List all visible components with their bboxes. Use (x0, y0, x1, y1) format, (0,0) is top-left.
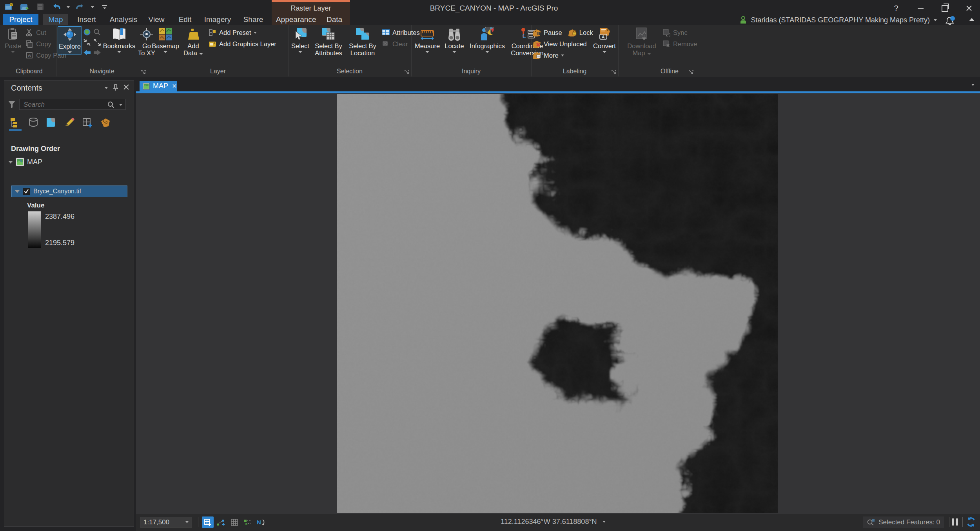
refresh-icon[interactable] (966, 517, 976, 527)
tree-node-map-label: MAP (27, 158, 42, 166)
drawing-order-view-icon[interactable] (10, 117, 21, 128)
dialog-launcher-icon[interactable] (405, 70, 409, 75)
add-graphics-layer-label: Add Graphics Layer (219, 40, 276, 48)
save-icon[interactable] (35, 2, 45, 12)
lock-labeling-button[interactable]: Lock (568, 28, 593, 37)
tab-analysis[interactable]: Analysis (109, 14, 138, 25)
filter-icon[interactable] (7, 100, 16, 109)
help-icon[interactable]: ? (888, 2, 904, 14)
redo-caret-icon[interactable] (91, 6, 94, 8)
view-tabs-menu-caret-icon[interactable] (971, 84, 975, 86)
search-options-caret-icon[interactable] (119, 104, 122, 106)
select-caret-icon (298, 51, 302, 53)
coordinates-display[interactable]: 112.1126346°W 37.6118808°N (501, 518, 606, 526)
restore-icon[interactable] (937, 2, 953, 14)
pause-labeling-label: Pause (544, 29, 562, 36)
data-source-view-icon[interactable] (28, 117, 39, 128)
add-data-button[interactable]: AddData (182, 26, 204, 57)
tab-appearance[interactable]: Appearance (276, 14, 314, 25)
pause-labeling-button[interactable]: Pause (533, 28, 562, 37)
raster-layer-image[interactable] (337, 94, 778, 513)
search-input[interactable] (23, 100, 103, 109)
bookmarks-button[interactable]: Bookmarks (102, 26, 136, 54)
tree-node-layer[interactable]: Bryce_Canyon.tif (11, 185, 127, 197)
collapse-ribbon-icon[interactable] (969, 18, 975, 21)
expander-icon[interactable] (15, 190, 20, 193)
lock-labeling-icon (568, 29, 577, 36)
previous-extent-icon[interactable] (83, 48, 91, 57)
full-extent-icon[interactable] (83, 28, 91, 36)
account-caret-icon (934, 19, 937, 21)
tab-map[interactable]: Map (43, 14, 68, 25)
pin-icon[interactable] (113, 84, 119, 91)
fixed-zoom-out-icon[interactable] (93, 38, 102, 47)
new-project-icon[interactable] (4, 2, 14, 12)
dialog-launcher-icon[interactable] (141, 70, 146, 75)
zoom-selection-icon[interactable] (93, 28, 102, 36)
tab-view[interactable]: View (145, 14, 168, 25)
constraints-toggle-button[interactable] (215, 516, 227, 528)
remove-button[interactable]: Remove (662, 40, 697, 48)
expander-icon[interactable] (8, 161, 13, 164)
tab-edit[interactable]: Edit (175, 14, 195, 25)
redo-icon[interactable] (75, 2, 85, 12)
minimize-icon[interactable] (913, 2, 928, 14)
convert-labels-button[interactable]: A Convert (592, 26, 617, 54)
select-label: Select (291, 42, 309, 49)
next-extent-icon[interactable] (93, 48, 102, 57)
close-pane-icon[interactable] (123, 84, 129, 90)
separator (198, 517, 198, 527)
more-labeling-button[interactable]: More (533, 51, 591, 60)
undo-icon[interactable] (51, 2, 61, 12)
map-view[interactable] (136, 93, 980, 514)
dialog-launcher-icon[interactable] (689, 70, 693, 75)
dialog-launcher-icon[interactable] (612, 70, 616, 75)
grid-toggle-button[interactable] (229, 516, 240, 528)
select-button[interactable]: Select (290, 26, 311, 54)
tab-insert[interactable]: Insert (74, 14, 100, 25)
view-unplaced-button[interactable]: View Unplaced (533, 40, 591, 48)
copy-label: Copy (36, 40, 51, 48)
selected-features-chip[interactable]: Selected Features: 0 (863, 516, 944, 528)
close-icon[interactable] (961, 2, 977, 14)
add-preset-button[interactable]: Add Preset (208, 28, 276, 37)
labeling-view-icon[interactable] (100, 117, 111, 128)
sync-button[interactable]: Sync (662, 28, 697, 37)
download-map-label: DownloadMap (627, 42, 656, 56)
measure-button[interactable]: Measure (413, 26, 442, 54)
dem-canvas[interactable] (337, 94, 778, 513)
explore-button[interactable]: Explore (58, 26, 82, 55)
layer-visibility-checkbox[interactable] (23, 188, 30, 195)
layout-toggle-button[interactable] (202, 516, 214, 528)
tab-project[interactable]: Project (3, 14, 38, 25)
customize-quick-access-icon[interactable] (100, 2, 110, 12)
select-by-location-button[interactable]: Select By Location (346, 26, 379, 57)
north-arrow-button[interactable]: N (255, 516, 267, 528)
fixed-zoom-in-icon[interactable] (83, 38, 91, 47)
scale-combobox[interactable]: 1:17,500 (140, 517, 192, 527)
tab-share[interactable]: Share (240, 14, 267, 25)
map-document-tab[interactable]: MAP × (140, 81, 177, 91)
infographics-button[interactable]: Infographics (467, 26, 508, 54)
open-project-icon[interactable] (20, 2, 30, 12)
tab-data[interactable]: Data (323, 14, 346, 25)
basemap-button[interactable]: Basemap (149, 26, 181, 54)
pause-drawing-icon[interactable] (952, 518, 958, 526)
search-icon[interactable] (107, 101, 114, 108)
account-menu[interactable]: Staridas (STARIDAS GEOGRAPHY Making Maps… (739, 16, 937, 24)
lock-labeling-label: Lock (579, 29, 593, 36)
close-tab-icon[interactable]: × (172, 82, 177, 91)
tree-node-map[interactable]: MAP (8, 158, 42, 166)
tab-imagery[interactable]: Imagery (202, 14, 233, 25)
selection-view-icon[interactable] (46, 117, 57, 128)
paste-button[interactable]: Paste (4, 26, 22, 54)
undo-caret-icon[interactable] (67, 6, 70, 8)
editing-view-icon[interactable] (64, 117, 75, 128)
table-view-icon[interactable] (82, 117, 93, 128)
download-map-button[interactable]: DownloadMap (626, 26, 657, 57)
pane-menu-caret-icon[interactable] (105, 87, 108, 89)
snapping-toggle-button[interactable] (242, 516, 254, 528)
locate-button[interactable]: Locate (443, 26, 466, 54)
select-by-attributes-button[interactable]: Select By Attributes (312, 26, 345, 57)
add-graphics-layer-button[interactable]: Add Graphics Layer (208, 40, 276, 48)
